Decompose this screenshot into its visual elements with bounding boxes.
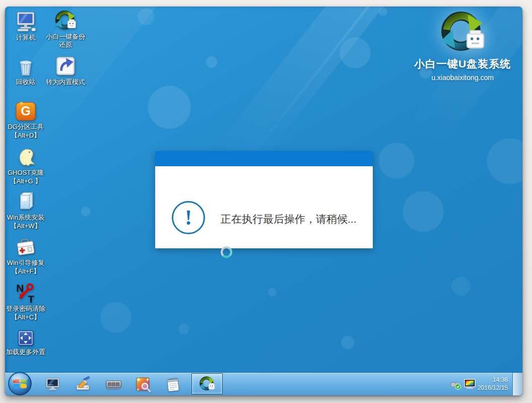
desktop-icon-hotkey: 【Alt+C】 [11,313,40,321]
taskbar-item-xiaobai-active[interactable] [191,373,223,394]
desktop-icon-computer[interactable]: 计算机 [5,10,48,42]
desktop-icon-ghost-clone[interactable]: GHOST克隆 【Alt+G 】 [5,145,48,185]
notepad-icon [165,376,181,393]
taskbar: 14:36 2016/12/15 [5,372,522,395]
diskgenius-icon: G [14,99,37,122]
start-button[interactable] [8,371,32,395]
recycle-bin-icon [14,54,37,78]
tray-display-settings[interactable] [463,378,477,390]
loading-spinner-icon [221,246,232,258]
tray-time: 14:36 [478,376,508,384]
desktop-icon-label: 登录密码清除 [6,305,45,313]
desktop-icon-label: Win引导修复 [7,259,44,267]
nt-password-key-icon: N T [14,281,37,304]
svg-text:T: T [28,293,34,304]
usb-eject-icon [450,378,462,390]
sync-arrows-icon [198,375,216,392]
desktop-icon-boot-repair[interactable]: Win引导修复 【Alt+F】 [5,235,48,276]
taskbar-item-desktop-viewer[interactable] [43,375,61,393]
desktop-icon-password-clear[interactable]: N T 登录密码清除 【Alt+C】 [5,281,48,321]
xiaobai-logo-icon [436,9,489,57]
dialog-titlebar[interactable] [155,151,373,166]
tray-usb-device[interactable] [450,378,462,390]
wait-dialog: ! 正在执行最后操作，请稍候... [155,151,373,248]
desktop-icon-hotkey: 【Alt+G 】 [10,177,42,185]
desktop-icon-dg-partition[interactable]: G DG分区工具 【Alt+D】 [5,99,48,140]
branding-title: 小白一键U盘装系统 [410,57,515,71]
dialog-body: ! 正在执行最后操作，请稍候... [155,166,373,248]
display-color-icon [463,378,477,390]
branding-url: u.xiaobaixitong.com [410,74,515,82]
desktop-screen: 小白一键U盘装系统 u.xiaobaixitong.com 计算机 小白一键备份… [5,7,522,395]
desktop-icon-label: Win系统安装 [7,214,44,222]
desktop-icon-load-more[interactable]: 加载更多外置 [5,328,48,356]
taskbar-item-memory-tool[interactable] [104,375,122,393]
alert-icon: ! [172,201,205,234]
taskbar-item-notepad[interactable] [164,375,182,393]
windows-orb-icon [8,371,32,395]
shortcut-arrow-icon [54,54,77,78]
desktop-icon-label: 小白一键备份还原 [43,33,88,49]
disk-brush-icon [75,376,92,393]
wallpaper-branding: 小白一键U盘装系统 u.xiaobaixitong.com [410,9,515,82]
sync-arrows-icon [54,9,77,32]
desktop-icon-hotkey: 【Alt+F】 [12,267,40,276]
display-icon [44,376,61,393]
taskbar-item-disk-cleanup[interactable] [74,375,92,393]
desktop-icon-win-install[interactable]: Win系统安装 【Alt+W】 [5,190,48,230]
desktop-icon-xiaobai-backup[interactable]: 小白一键备份还原 [43,9,88,49]
tray-date: 2016/12/15 [478,384,508,392]
tray-clock[interactable]: 14:36 2016/12/15 [478,376,508,392]
desktop-icon-label: 转为内置模式 [46,78,85,86]
computer-icon [14,10,37,33]
show-desktop-button[interactable] [512,373,522,395]
desktop-icon-label: 加载更多外置 [6,348,45,356]
desktop-icon-internal-mode[interactable]: 转为内置模式 [43,54,88,86]
desktop-icon-label: 计算机 [16,34,36,42]
taskbar-item-screen-capture[interactable] [134,375,152,393]
desktop-icon-label: GHOST克隆 [8,169,44,177]
svg-text:G: G [21,104,31,118]
desktop-icon-recycle-bin[interactable]: 回收站 [5,54,48,86]
desktop-icon-hotkey: 【Alt+W】 [10,222,41,230]
desktop-icon-label: 回收站 [16,78,36,86]
expand-arrows-icon [16,328,35,348]
software-box-icon [14,190,37,213]
capture-magnifier-icon [135,376,152,393]
first-aid-kit-icon [14,235,37,258]
desktop-icon-hotkey: 【Alt+D】 [11,131,40,140]
ghost-icon [14,145,37,168]
desktop-icon-label: DG分区工具 [8,123,44,131]
ram-chip-icon [105,376,122,393]
dialog-message: 正在执行最后操作，请稍候... [221,212,357,226]
